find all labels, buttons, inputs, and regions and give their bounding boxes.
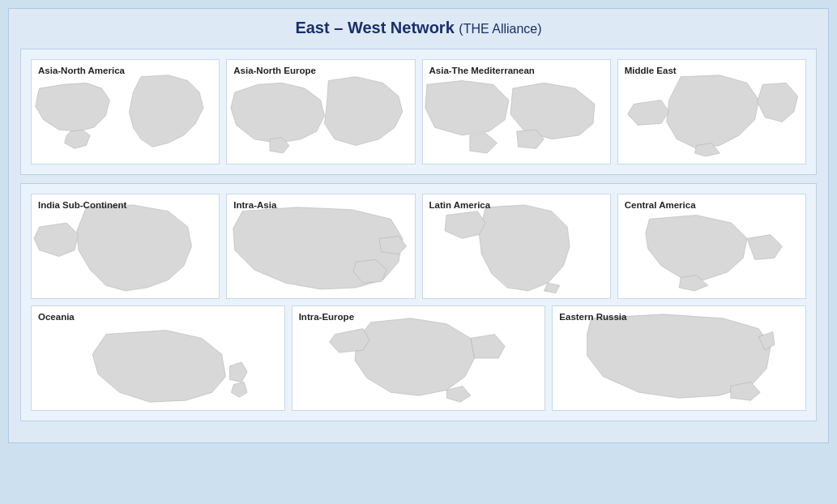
section-row1: Asia-North America Asia-North Europe xyxy=(20,49,817,175)
map-svg xyxy=(618,60,805,164)
card-label: Eastern Russia xyxy=(559,312,626,322)
section-row2: India Sub-Continent Intra-Asia Latin Ame… xyxy=(20,183,817,421)
card-label: Intra-Asia xyxy=(233,200,276,210)
card-intra-asia[interactable]: Intra-Asia xyxy=(226,194,415,299)
page-wrapper: East – West Network (THE Alliance) Asia-… xyxy=(8,8,829,443)
map-svg xyxy=(618,194,805,298)
card-intra-europe[interactable]: Intra-Europe xyxy=(292,305,546,411)
map-svg xyxy=(32,306,284,410)
grid-row2b: Oceania Intra-Europe xyxy=(31,305,806,411)
card-label: Latin America xyxy=(429,200,491,210)
title-main: East – West Network xyxy=(295,19,454,36)
card-asia-north-europe[interactable]: Asia-North Europe xyxy=(226,59,415,164)
map-svg xyxy=(423,60,610,164)
card-oceania[interactable]: Oceania xyxy=(31,305,285,411)
card-india-sub-continent[interactable]: India Sub-Continent xyxy=(31,194,220,299)
card-central-america[interactable]: Central America xyxy=(617,194,806,299)
card-label: India Sub-Continent xyxy=(38,200,126,210)
card-asia-north-america[interactable]: Asia-North America xyxy=(31,59,220,164)
map-svg xyxy=(227,60,414,164)
card-eastern-russia[interactable]: Eastern Russia xyxy=(552,305,806,411)
grid-row2a: India Sub-Continent Intra-Asia Latin Ame… xyxy=(31,194,806,299)
card-label: Asia-North Europe xyxy=(233,66,316,75)
map-svg xyxy=(293,306,545,410)
map-svg xyxy=(423,194,610,298)
card-label: Central America xyxy=(625,200,696,210)
map-svg xyxy=(32,194,219,298)
card-label: Asia-North America xyxy=(38,66,125,75)
card-label: Middle East xyxy=(625,66,677,75)
card-label: Asia-The Mediterranean xyxy=(429,66,535,75)
map-svg xyxy=(32,60,219,164)
map-svg xyxy=(227,194,414,298)
page-title: East – West Network (THE Alliance) xyxy=(20,19,817,37)
card-label: Oceania xyxy=(38,312,75,322)
card-latin-america[interactable]: Latin America xyxy=(422,194,611,299)
card-label: Intra-Europe xyxy=(299,312,354,322)
title-sub: (THE Alliance) xyxy=(459,22,541,36)
grid-row1: Asia-North America Asia-North Europe xyxy=(31,59,806,164)
card-asia-mediterranean[interactable]: Asia-The Mediterranean xyxy=(422,59,611,164)
map-svg xyxy=(553,306,805,410)
card-middle-east[interactable]: Middle East xyxy=(617,59,806,164)
